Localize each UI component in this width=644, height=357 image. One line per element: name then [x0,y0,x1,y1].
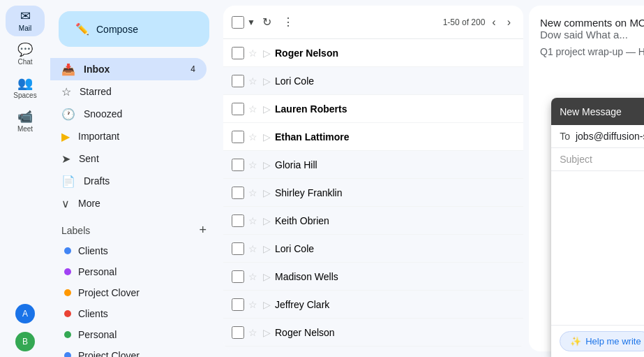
more-chevron-icon: ∨ [61,197,70,210]
to-label: To [560,131,570,142]
email-checkbox[interactable] [232,242,244,255]
email-row[interactable]: ☆ ▷ Shirley Franklin [223,179,523,207]
star-icon[interactable]: ☆ [247,159,259,170]
snoozed-icon: 🕐 [61,108,75,121]
email-rows-container: ☆ ▷ Roger Nelson ☆ ▷ Lori Cole ☆ ▷ Laure… [223,39,523,351]
important-icon: ▷ [262,299,272,310]
compose-modal: New Message − ⛶ ✕ To jobs@diffusion-stud… [551,98,644,357]
label-item-clients1[interactable]: Clients [61,240,195,261]
help-me-write-button[interactable]: ✨ Help me write [560,331,644,351]
sidebar-item-important[interactable]: ▶ Important [50,125,207,147]
email-row[interactable]: ☆ ▷ Jeffrey Clark [223,291,523,319]
preview-header: New comments on MCR2022 draft presentati… [540,17,644,41]
compose-to-field[interactable]: To jobs@diffusion-studios.com 🔒 [551,125,644,148]
labels-section: Labels + Clients Personal Project Clover… [50,214,218,357]
email-row[interactable]: ☆ ▷ Ethan Lattimore [223,123,523,151]
compose-button[interactable]: ✏️ Compose [59,11,209,47]
email-row[interactable]: ☆ ▷ Roger Nelson [223,319,523,347]
sent-icon: ➤ [61,152,70,166]
compose-icon: ✏️ [75,22,89,36]
refresh-button[interactable]: ↻ [258,11,276,33]
to-value: jobs@diffusion-studios.com [576,131,644,142]
nav-item-meet[interactable]: 📹 Meet [6,106,45,137]
add-label-button[interactable]: + [199,223,207,238]
star-icon[interactable]: ☆ [247,271,259,282]
email-row[interactable]: ☆ ▷ Lauren Roberts [223,95,523,123]
help-write-label: Help me write [585,336,641,347]
prev-page-button[interactable]: ‹ [488,12,500,33]
sidebar-item-snoozed[interactable]: 🕐 Snoozed [50,103,207,125]
select-dropdown-arrow[interactable]: ▼ [247,17,255,27]
sidebar-item-more[interactable]: ∨ More [50,192,207,214]
label-item-clients2[interactable]: Clients [61,303,195,324]
email-checkbox[interactable] [232,75,244,87]
select-all-checkbox[interactable] [232,16,244,29]
sidebar-label-important: Important [78,131,195,142]
sender-name: Roger Nelson [275,48,352,59]
email-checkbox[interactable] [232,47,244,59]
starred-icon: ☆ [61,85,71,99]
user-avatar-secondary[interactable]: B [15,332,35,351]
star-icon[interactable]: ☆ [247,327,259,338]
label-item-personal1[interactable]: Personal [61,261,195,282]
email-row[interactable]: ☆ ▷ Lori Cole [223,235,523,263]
email-checkbox[interactable] [232,270,244,283]
star-icon[interactable]: ☆ [247,243,259,254]
email-checkbox[interactable] [232,103,244,115]
nav-item-chat[interactable]: 💬 Chat [6,39,45,70]
label-item-personal2[interactable]: Personal [61,324,195,345]
email-checkbox[interactable] [232,187,244,199]
star-icon[interactable]: ☆ [247,131,259,143]
sender-name: Madison Wells [275,271,352,282]
sender-name: Gloria Hill [275,159,352,170]
star-icon[interactable]: ☆ [247,215,259,226]
email-checkbox[interactable] [232,131,244,143]
important-icon: ▶ [61,130,70,143]
more-actions-button[interactable]: ⋮ [278,11,298,33]
email-row[interactable]: ☆ ▷ Keith Obrien [223,207,523,235]
sidebar-item-starred[interactable]: ☆ Starred [50,80,207,103]
main-content: New comments on MCR2022 draft presentati… [523,0,644,357]
compose-modal-header: New Message − ⛶ ✕ [551,98,644,125]
star-icon[interactable]: ☆ [247,103,259,115]
nav-item-mail[interactable]: ✉ Mail [6,6,45,36]
next-page-button[interactable]: › [503,12,515,33]
email-row[interactable]: ☆ ▷ Gloria Hill [223,151,523,179]
email-checkbox[interactable] [232,159,244,171]
sidebar-item-drafts[interactable]: 📄 Drafts [50,170,207,192]
email-checkbox[interactable] [232,298,244,311]
nav-item-spaces[interactable]: 👥 Spaces [6,73,45,103]
sidebar-label-starred: Starred [80,86,195,97]
sender-name: Keith Obrien [275,215,352,226]
label-dot-projectclover1 [64,289,71,296]
sender-name: Ethan Lattimore [275,131,352,143]
star-icon[interactable]: ☆ [247,187,259,198]
nav-label-mail: Mail [19,24,31,32]
compose-subject-field[interactable]: Subject [551,148,644,171]
labels-header: Labels + [61,220,207,240]
star-icon[interactable]: ☆ [247,48,259,59]
sidebar-item-sent[interactable]: ➤ Sent [50,147,207,170]
email-checkbox[interactable] [232,214,244,227]
email-row[interactable]: ☆ ▷ Raymond Santos [223,347,523,351]
compose-subject-placeholder: Subject [560,154,592,165]
star-icon[interactable]: ☆ [247,299,259,310]
nav-label-spaces: Spaces [13,92,36,99]
important-icon: ▷ [262,131,272,143]
sidebar-item-inbox[interactable]: 📥 Inbox 4 [50,58,207,80]
list-toolbar: ▼ ↻ ⋮ 1-50 of 200 ‹ › [223,6,523,39]
email-row[interactable]: ☆ ▷ Roger Nelson [223,39,523,67]
email-checkbox[interactable] [232,326,244,339]
email-row[interactable]: ☆ ▷ Lori Cole [223,67,523,95]
email-row[interactable]: ☆ ▷ Madison Wells [223,263,523,291]
label-item-projectclover1[interactable]: Project Clover [61,282,195,303]
user-avatar-bottom[interactable]: A [15,304,35,323]
labels-title: Labels [61,225,90,236]
spaces-icon: 👥 [17,77,33,89]
label-item-projectclover2[interactable]: Project Clover [61,345,195,357]
compose-modal-title: New Message [560,106,622,117]
compose-body[interactable] [551,171,644,325]
label-name-projectclover2: Project Clover [78,350,140,357]
star-icon[interactable]: ☆ [247,75,259,87]
label-dot-personal2 [64,331,71,338]
